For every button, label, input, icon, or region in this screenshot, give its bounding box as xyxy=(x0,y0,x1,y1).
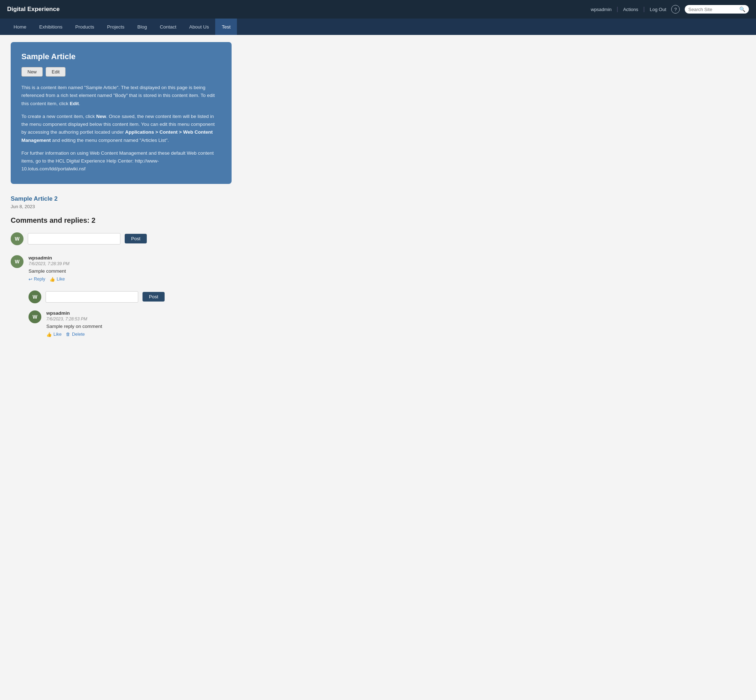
reply-like-icon: 👍 xyxy=(46,332,52,337)
nav-contact[interactable]: Contact xyxy=(153,19,183,35)
reply-avatar-input: W xyxy=(28,291,41,303)
reply-post-button[interactable]: Post xyxy=(142,292,165,302)
comment1-reply-link[interactable]: ↩ Reply xyxy=(28,277,45,282)
reply-label: Reply xyxy=(34,277,45,281)
reply-comment-body: wpsadmin 7/6/2023, 7:28:53 PM Sample rep… xyxy=(46,311,232,337)
article-btn-row: New Edit xyxy=(21,67,221,77)
reply-delete-icon: 🗑 xyxy=(66,332,70,337)
nav-home[interactable]: Home xyxy=(7,19,33,35)
main-content: Sample Article New Edit This is a conten… xyxy=(0,35,242,353)
comment1-time: 7/6/2023, 7:28:39 PM xyxy=(28,261,232,266)
comment1-like-link[interactable]: 👍 Like xyxy=(50,277,65,282)
article-list-link[interactable]: Sample Article 2 xyxy=(11,195,232,202)
article-list-date: Jun 8, 2023 xyxy=(11,204,232,209)
search-input[interactable] xyxy=(688,7,737,12)
article-card: Sample Article New Edit This is a conten… xyxy=(11,42,232,184)
brand-logo: Digital Experience xyxy=(7,6,585,13)
nav-projects[interactable]: Projects xyxy=(101,19,131,35)
reply-comment-avatar: W xyxy=(28,311,41,323)
reply-input-row: W Post xyxy=(28,291,232,303)
actions-link[interactable]: Actions xyxy=(623,7,638,12)
reply-like-label: Like xyxy=(53,332,62,337)
logout-link[interactable]: Log Out xyxy=(650,7,666,12)
comment-item-1: W wpsadmin 7/6/2023, 7:28:39 PM Sample c… xyxy=(11,255,232,282)
nav-exhibitions[interactable]: Exhibitions xyxy=(33,19,69,35)
search-wrap: 🔍 xyxy=(685,5,749,14)
article-card-title: Sample Article xyxy=(21,52,221,61)
reply-text-input[interactable] xyxy=(45,291,138,303)
reply-comment-actions: 👍 Like 🗑 Delete xyxy=(46,332,232,337)
comment-main-input[interactable] xyxy=(28,233,120,244)
reply-comment-text: Sample reply on comment xyxy=(46,323,232,329)
comment1-author: wpsadmin xyxy=(28,255,232,261)
reply-comment-time: 7/6/2023, 7:28:53 PM xyxy=(46,317,232,322)
reply-delete-link[interactable]: 🗑 Delete xyxy=(66,332,85,337)
nav-products[interactable]: Products xyxy=(69,19,100,35)
reply-comment-item: W wpsadmin 7/6/2023, 7:28:53 PM Sample r… xyxy=(28,311,232,337)
nav-about-us[interactable]: About Us xyxy=(183,19,215,35)
user-link[interactable]: wpsadmin xyxy=(591,7,612,12)
reply-block: W Post W wpsadmin 7/6/2023, 7:28:53 PM S… xyxy=(28,291,232,337)
comment-input-row: W Post xyxy=(11,232,232,245)
article-para1: This is a content item named "Sample Art… xyxy=(21,84,221,108)
like-icon: 👍 xyxy=(50,277,55,282)
reply-icon: ↩ xyxy=(28,277,33,282)
reply-like-link[interactable]: 👍 Like xyxy=(46,332,62,337)
comment1-avatar: W xyxy=(11,255,23,268)
comment1-actions: ↩ Reply 👍 Like xyxy=(28,277,232,282)
article-para2: To create a new content item, click New.… xyxy=(21,112,221,144)
help-button[interactable]: ? xyxy=(671,5,680,14)
top-actions: wpsadmin | Actions | Log Out ? 🔍 xyxy=(591,5,749,14)
comment-avatar-main: W xyxy=(11,232,23,245)
search-icon: 🔍 xyxy=(739,6,745,12)
article-para3: For further information on using Web Con… xyxy=(21,149,221,173)
top-bar: Digital Experience wpsadmin | Actions | … xyxy=(0,0,756,19)
divider1: | xyxy=(617,6,618,12)
reply-delete-label: Delete xyxy=(72,332,85,337)
comment1-text: Sample comment xyxy=(28,269,232,274)
comment-post-button[interactable]: Post xyxy=(125,234,147,244)
nav-blog[interactable]: Blog xyxy=(131,19,153,35)
comment1-body: wpsadmin 7/6/2023, 7:28:39 PM Sample com… xyxy=(28,255,232,282)
nav-bar: Home Exhibitions Products Projects Blog … xyxy=(0,19,756,35)
comments-header: Comments and replies: 2 xyxy=(11,216,232,225)
reply-comment-author: wpsadmin xyxy=(46,311,232,316)
edit-button[interactable]: Edit xyxy=(45,67,65,77)
divider2: | xyxy=(644,6,645,12)
new-button[interactable]: New xyxy=(21,67,43,77)
like-label: Like xyxy=(57,277,65,281)
nav-test[interactable]: Test xyxy=(215,19,237,35)
